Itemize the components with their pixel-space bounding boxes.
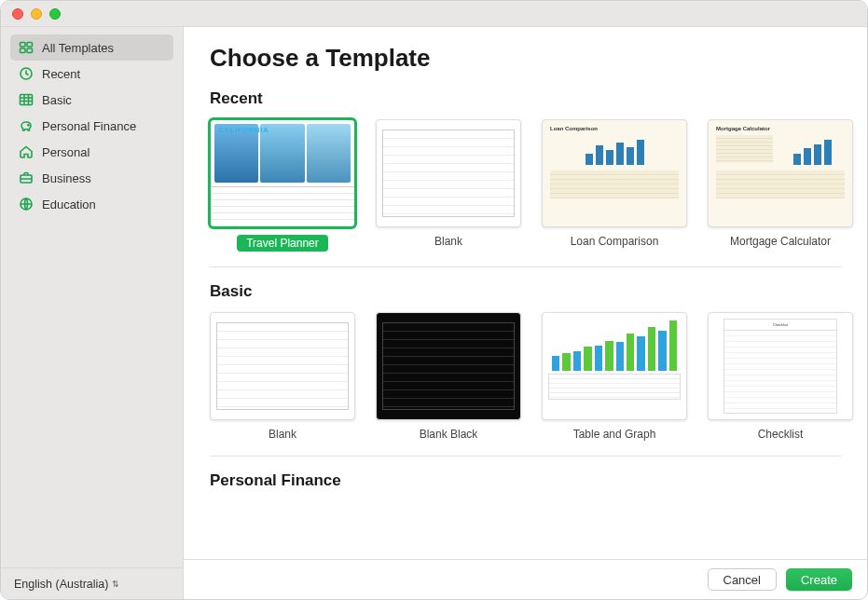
section-title: Basic <box>210 282 867 301</box>
table-icon <box>18 91 34 108</box>
briefcase-icon <box>18 170 34 186</box>
section-title: Personal Finance <box>210 471 867 490</box>
template-checklist[interactable]: Checklist Checklist <box>708 312 853 441</box>
thumb-banner: CALIFORNIA <box>218 126 269 134</box>
template-label: Blank <box>269 428 296 441</box>
template-thumbnail: Loan Comparison <box>542 119 687 227</box>
section-recent: Recent CALIFORNIA Travel Planner <box>210 89 867 257</box>
sidebar-item-label: Business <box>42 171 91 185</box>
template-thumbnail <box>376 119 521 227</box>
svg-rect-5 <box>21 95 33 105</box>
template-label: Loan Comparison <box>571 235 659 248</box>
content-scroll[interactable]: Choose a Template Recent CALIFORNIA Trav… <box>184 27 867 559</box>
window-minimize-button[interactable] <box>31 8 42 20</box>
section-title: Recent <box>210 89 867 108</box>
template-table-and-graph[interactable]: Table and Graph <box>542 312 687 441</box>
language-selector[interactable]: English (Australia) ⇅ <box>1 567 183 599</box>
template-thumbnail: CALIFORNIA <box>210 119 355 227</box>
sidebar-item-label: Recent <box>42 67 80 81</box>
sidebar-item-all-templates[interactable]: All Templates <box>10 34 173 61</box>
template-row-recent: CALIFORNIA Travel Planner Blank <box>210 119 867 257</box>
sidebar-item-label: Personal <box>42 145 90 159</box>
template-thumbnail: Checklist <box>708 312 853 420</box>
cancel-button[interactable]: Cancel <box>708 568 777 591</box>
svg-rect-3 <box>27 48 33 53</box>
main-area: Choose a Template Recent CALIFORNIA Trav… <box>184 27 867 599</box>
section-personal-finance: Personal Finance <box>210 471 867 490</box>
sidebar-item-label: Basic <box>42 93 72 107</box>
doc-title: Loan Comparison <box>550 126 679 131</box>
page-title: Choose a Template <box>210 44 867 73</box>
template-label: Blank <box>434 235 462 248</box>
window-zoom-button[interactable] <box>49 8 61 20</box>
svg-rect-1 <box>27 43 33 48</box>
sidebar: All Templates Recent Basic Personal Fina… <box>1 27 184 599</box>
svg-rect-2 <box>21 48 26 53</box>
template-thumbnail: Mortgage Calculator <box>708 119 853 227</box>
section-basic: Basic Blank Blank Black <box>210 282 867 446</box>
sidebar-item-label: Personal Finance <box>42 119 136 133</box>
sidebar-item-label: Education <box>42 198 96 211</box>
sidebar-item-personal[interactable]: Personal <box>10 139 173 165</box>
grid-icon <box>18 39 34 56</box>
home-icon <box>18 143 34 160</box>
section-divider <box>210 456 841 457</box>
chevron-updown-icon: ⇅ <box>112 580 119 589</box>
create-button[interactable]: Create <box>786 568 852 591</box>
language-label: English (Australia) <box>14 578 108 591</box>
footer: Cancel Create <box>184 559 867 599</box>
template-label: Blank Black <box>420 428 478 441</box>
sidebar-item-business[interactable]: Business <box>10 165 173 191</box>
template-blank-black[interactable]: Blank Black <box>376 312 521 441</box>
template-label: Checklist <box>758 428 804 441</box>
template-row-basic: Blank Blank Black <box>210 312 867 446</box>
svg-rect-0 <box>21 43 26 48</box>
template-thumbnail <box>210 312 355 420</box>
sidebar-list: All Templates Recent Basic Personal Fina… <box>1 34 183 567</box>
globe-icon <box>18 196 34 212</box>
sidebar-item-education[interactable]: Education <box>10 191 173 217</box>
template-thumbnail <box>542 312 687 420</box>
clock-icon <box>18 65 34 82</box>
template-mortgage-calculator[interactable]: Mortgage Calculator Mortgage Calculator <box>708 119 853 252</box>
template-travel-planner[interactable]: CALIFORNIA Travel Planner <box>210 119 355 252</box>
sidebar-item-label: All Templates <box>42 41 114 55</box>
template-blank-basic[interactable]: Blank <box>210 312 355 441</box>
doc-title: Mortgage Calculator <box>716 126 845 131</box>
template-label: Mortgage Calculator <box>730 235 831 248</box>
titlebar <box>1 1 867 27</box>
template-blank[interactable]: Blank <box>376 119 521 252</box>
sidebar-item-basic[interactable]: Basic <box>10 87 173 113</box>
template-label: Travel Planner <box>237 235 328 252</box>
svg-point-6 <box>28 125 29 126</box>
doc-title: Checklist <box>724 320 836 331</box>
sidebar-item-recent[interactable]: Recent <box>10 61 173 87</box>
window-close-button[interactable] <box>12 8 23 20</box>
window-body: All Templates Recent Basic Personal Fina… <box>1 27 867 599</box>
template-chooser-window: All Templates Recent Basic Personal Fina… <box>0 0 868 600</box>
template-loan-comparison[interactable]: Loan Comparison Loan Comparison <box>542 119 687 252</box>
section-divider <box>210 266 841 267</box>
template-label: Table and Graph <box>573 428 656 441</box>
piggy-bank-icon <box>18 117 34 134</box>
template-thumbnail <box>376 312 521 420</box>
sidebar-item-personal-finance[interactable]: Personal Finance <box>10 113 173 139</box>
